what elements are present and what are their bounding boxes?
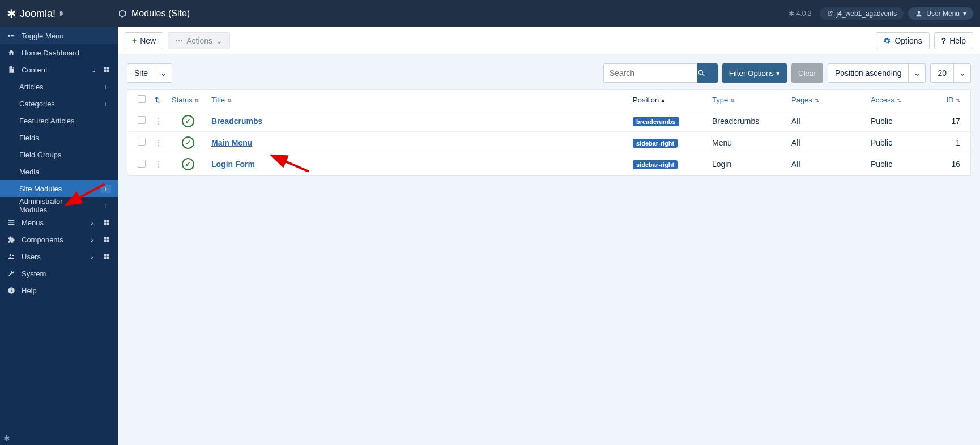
plus-icon[interactable]: +	[101, 185, 111, 193]
search-icon	[697, 69, 718, 77]
svg-line-28	[702, 74, 705, 76]
clear-button[interactable]: Clear	[791, 63, 823, 83]
dashboard-icon[interactable]	[103, 253, 111, 260]
svg-rect-13	[107, 223, 109, 225]
plus-icon[interactable]: +	[101, 202, 111, 210]
sort-pages[interactable]: Pages ⇅	[791, 96, 819, 104]
type-cell: Login	[709, 160, 788, 169]
chevron-right-icon: ›	[91, 253, 97, 261]
row-check[interactable]	[138, 138, 146, 146]
sidebar-item-field-groups[interactable]: Field Groups	[0, 146, 118, 163]
drag-handle[interactable]: ⋮	[151, 160, 168, 169]
dashboard-icon[interactable]	[103, 66, 111, 73]
question-icon: ?	[941, 36, 947, 45]
ordering-select[interactable]: Position ascending ⌄	[828, 63, 926, 83]
position-badge: breadcrumbs	[633, 117, 679, 126]
svg-rect-3	[104, 67, 106, 70]
svg-rect-8	[8, 222, 15, 222]
id-cell: 17	[941, 117, 964, 126]
svg-rect-17	[107, 240, 109, 242]
client-select[interactable]: Site ⌄	[127, 63, 172, 83]
list-icon	[7, 218, 16, 227]
joomla-small-icon: ✱	[789, 10, 794, 18]
chevron-right-icon: ›	[91, 219, 97, 227]
drag-handle[interactable]: ⋮	[151, 138, 168, 147]
module-title-link[interactable]: Login Form	[211, 160, 255, 169]
file-icon	[7, 65, 16, 74]
drag-handle[interactable]: ⋮	[151, 117, 168, 126]
svg-point-27	[698, 70, 702, 74]
search-wrap	[603, 63, 718, 83]
sort-id[interactable]: ID ⇅	[946, 96, 960, 104]
svg-point-18	[10, 254, 12, 256]
svg-rect-7	[8, 220, 15, 221]
sort-position[interactable]: Position ▴	[633, 96, 665, 104]
position-badge: sidebar-right	[633, 160, 678, 169]
sidebar-item-media[interactable]: Media	[0, 163, 118, 180]
main: + New ⋯ Actions ⌄ Options ? Help Site	[118, 27, 980, 445]
caret-up-icon: ▴	[661, 96, 665, 104]
svg-rect-14	[104, 237, 106, 239]
options-button[interactable]: Options	[876, 32, 929, 49]
sort-status[interactable]: Status ⇅	[172, 96, 199, 104]
toggle-menu[interactable]: Toggle Menu	[0, 27, 118, 44]
cube-icon	[118, 9, 127, 18]
svg-point-19	[12, 255, 14, 256]
chevron-down-icon: ▾	[963, 10, 966, 18]
search-input[interactable]	[603, 63, 697, 83]
status-published-icon[interactable]: ✓	[182, 136, 194, 149]
module-title-link[interactable]: Breadcrumbs	[211, 117, 262, 126]
plus-icon[interactable]: +	[101, 100, 111, 108]
module-title-link[interactable]: Main Menu	[211, 138, 252, 147]
help-button[interactable]: ? Help	[934, 32, 973, 49]
sort-title[interactable]: Title ⇅	[211, 96, 232, 104]
svg-rect-9	[8, 224, 15, 225]
sort-access[interactable]: Access ⇅	[871, 96, 901, 104]
chevron-down-icon: ⌄	[155, 64, 172, 82]
sidebar-item-system[interactable]: System	[0, 265, 118, 282]
sort-type[interactable]: Type ⇅	[712, 96, 735, 104]
limit-select[interactable]: 20 ⌄	[930, 63, 971, 83]
page-title: Modules (Site)	[131, 8, 190, 19]
sidebar-item-users[interactable]: Users›	[0, 248, 118, 265]
search-button[interactable]	[697, 63, 718, 83]
svg-rect-20	[104, 254, 106, 256]
site-link-pill[interactable]: j4_web1_agadvents	[820, 7, 904, 20]
row-check[interactable]	[138, 116, 146, 124]
actions-button[interactable]: ⋯ Actions ⌄	[168, 32, 230, 49]
sidebar: Toggle Menu Home Dashboard Content ⌄ Art…	[0, 27, 118, 445]
sidebar-item-components[interactable]: Components›	[0, 231, 118, 248]
status-published-icon[interactable]: ✓	[182, 115, 194, 127]
sidebar-item-articles[interactable]: Articles+	[0, 78, 118, 95]
user-menu-pill[interactable]: User Menu ▾	[908, 7, 973, 20]
status-published-icon[interactable]: ✓	[182, 158, 194, 170]
sidebar-item-home[interactable]: Home Dashboard	[0, 44, 118, 61]
dashboard-icon[interactable]	[103, 236, 111, 243]
brand-text: Joomla!	[20, 8, 56, 20]
site-name: j4_web1_agadvents	[837, 10, 897, 18]
new-button[interactable]: + New	[125, 32, 163, 49]
chevron-down-icon: ⌄	[953, 64, 970, 82]
user-icon	[915, 10, 923, 18]
sidebar-item-help[interactable]: Help	[0, 282, 118, 299]
brand[interactable]: ✱ Joomla!®	[7, 7, 118, 20]
sidebar-item-content[interactable]: Content ⌄	[0, 61, 118, 78]
table-row: ⋮ ✓ Main Menu sidebar-right Menu All Pub…	[127, 132, 970, 153]
content: Site ⌄ Filter Options ▾ Clear Position a…	[118, 54, 980, 185]
sidebar-item-site-modules[interactable]: Site Modules+	[0, 180, 118, 197]
check-all[interactable]	[138, 95, 146, 103]
sidebar-item-fields[interactable]: Fields	[0, 129, 118, 146]
wrench-icon	[7, 269, 16, 278]
id-cell: 1	[941, 138, 964, 147]
filter-options-button[interactable]: Filter Options ▾	[722, 63, 787, 83]
pages-cell: All	[788, 138, 867, 147]
row-check[interactable]	[138, 160, 146, 168]
dashboard-icon[interactable]	[103, 219, 111, 226]
sidebar-item-admin-modules[interactable]: Administrator Modules+	[0, 197, 118, 214]
sidebar-item-menus[interactable]: Menus›	[0, 214, 118, 231]
sidebar-item-featured[interactable]: Featured Articles	[0, 112, 118, 129]
access-cell: Public	[867, 117, 941, 126]
plus-icon[interactable]: +	[101, 83, 111, 91]
sidebar-item-categories[interactable]: Categories+	[0, 95, 118, 112]
sort-ordering[interactable]: ⇅	[155, 96, 161, 104]
